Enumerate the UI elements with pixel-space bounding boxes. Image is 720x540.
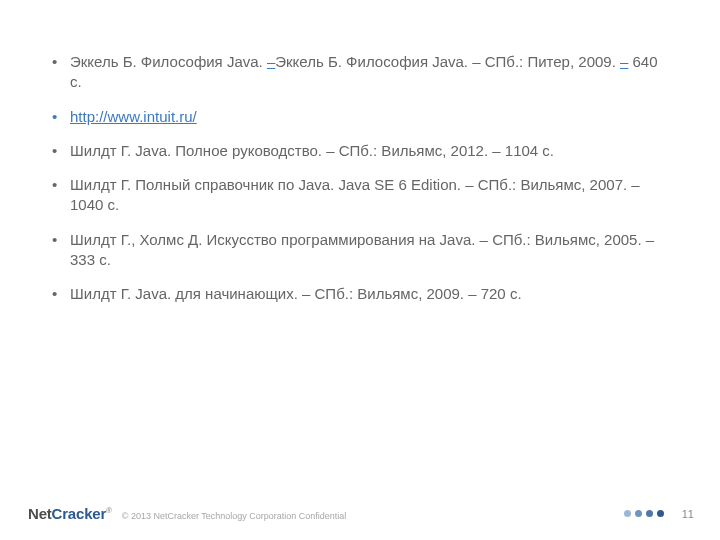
list-item: Шилдт Г. Java. для начинающих. – СПб.: В… — [52, 284, 670, 304]
list-item: Шилдт Г. Полный справочник по Java. Java… — [52, 175, 670, 216]
text-run: Шилдт Г. Полный справочник по Java. Java… — [70, 176, 640, 213]
list-item: Эккель Б. Философия Java. –Эккель Б. Фил… — [52, 52, 670, 93]
page-number: 11 — [682, 508, 694, 520]
logo-block: NetCracker® © 2013 NetCracker Technology… — [28, 505, 346, 522]
text-run: Шилдт Г. Java. Полное руководство. – СПб… — [70, 142, 554, 159]
list-item: http://www.intuit.ru/ — [52, 107, 670, 127]
text-run: Эккель Б. Философия Java. – СПб.: Питер,… — [275, 53, 620, 70]
brand-logo: NetCracker® — [28, 505, 112, 522]
logo-registered: ® — [106, 506, 112, 515]
logo-text-cracker: Cracker — [52, 505, 106, 522]
link-text: – — [267, 53, 275, 70]
list-item: Шилдт Г. Java. Полное руководство. – СПб… — [52, 141, 670, 161]
hyperlink[interactable]: http://www.intuit.ru/ — [70, 108, 197, 125]
decor-dots-icon — [624, 510, 664, 517]
reference-list: Эккель Б. Философия Java. –Эккель Б. Фил… — [52, 52, 670, 304]
logo-text-net: Net — [28, 505, 52, 522]
footer-right: 11 — [624, 508, 694, 520]
footer: NetCracker® © 2013 NetCracker Technology… — [0, 505, 720, 522]
text-run: Шилдт Г., Холмс Д. Искусство программиро… — [70, 231, 654, 268]
copyright-text: © 2013 NetCracker Technology Corporation… — [122, 511, 347, 521]
text-run: Шилдт Г. Java. для начинающих. – СПб.: В… — [70, 285, 522, 302]
text-run: Эккель Б. Философия Java. — [70, 53, 267, 70]
slide-content: Эккель Б. Философия Java. –Эккель Б. Фил… — [0, 0, 720, 304]
list-item: Шилдт Г., Холмс Д. Искусство программиро… — [52, 230, 670, 271]
